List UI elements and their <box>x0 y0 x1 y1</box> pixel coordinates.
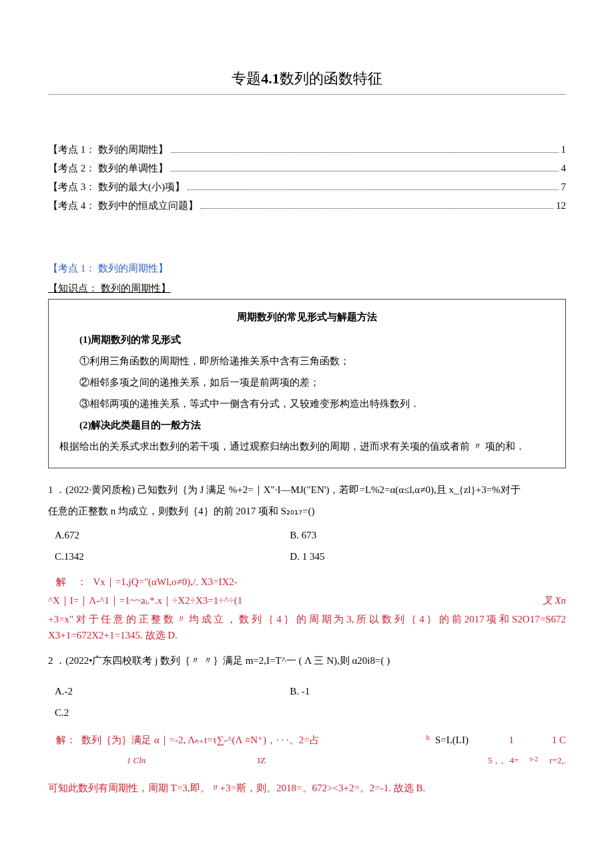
toc-page: 1 <box>561 141 567 157</box>
section-heading-exam-point: 【考点 1： 数列的周期性】 <box>48 260 566 276</box>
q2-sol-frag-2d: r=2,. <box>549 751 566 769</box>
q2-sol-frag-c: S=L(LI) <box>435 730 469 751</box>
q1-solution-label: 解 ： Vx｜=1,jQ="(αWl,o≠0),/. X3=IX2- <box>56 574 566 590</box>
toc-page: 7 <box>561 179 567 195</box>
option-a: A.-2 <box>55 683 290 699</box>
summary-box: 周期数列的常见形式与解题方法 (1)周期数列的常见形式 ①利用三角函数的周期性，… <box>48 299 566 468</box>
option-c: C.1342 <box>55 548 290 564</box>
q1-solution-line-2: ^X｜I=｜Λ-^1｜=1~~aᵢ.*.x｜÷X2÷X3=1÷^÷(1 叉 Xn <box>48 592 566 608</box>
q1-sol-frag-2-left: ^X｜I=｜Λ-^1｜=1~~aᵢ.*.x｜÷X2÷X3=1÷^÷(1 <box>48 592 242 608</box>
knowledge-underline: 【知识点： 数列的周期性】 <box>48 283 171 294</box>
table-of-contents: 【考点 1： 数列的周期性】 1 【考点 2： 数列的单调性】 4 【考点 3：… <box>48 141 566 213</box>
title-number: 4.1 <box>261 70 280 87</box>
q1-text-line-2: 任意的正整数 n 均成立，则数列｛4｝的前 2017 项和 S₂₀₁₇=() <box>48 503 566 519</box>
toc-item: 【考点 4： 数列中的恒成立问题】 12 <box>48 197 566 213</box>
q2-solution-block: 解： 数列｛为｝满足 α｜=-2, Λₙ₊t=τ∑-^(Λ ≡N⁺)，· · ·… <box>56 730 566 769</box>
box-sub-2: (2)解决此类题目的一般方法 <box>59 417 555 433</box>
q2-sol-label: 解： <box>56 730 76 751</box>
box-line: ②相邻多项之间的递推关系，如后一项是前两项的差； <box>59 374 555 390</box>
q2-sol-row-2: 1 Cln IZ 5，。4= t-2 r=2,. <box>56 751 566 769</box>
option-c: C.2 <box>55 705 290 721</box>
q2-sol-frag-2c: 5，。4= <box>488 751 519 769</box>
toc-page: 4 <box>561 160 567 176</box>
q1-sol-frag-1: Vx｜=1,jQ="(αWl,o≠0),/. X3=IX2- <box>93 576 238 587</box>
option-d: D. 1 345 <box>290 548 525 564</box>
toc-dots <box>171 143 559 153</box>
toc-dots <box>201 199 553 209</box>
toc-page: 12 <box>556 197 566 213</box>
option-a: A.672 <box>55 527 290 543</box>
q2-text: 2 ．(2022•广东四校联考 j 数列｛〃 〃｝满足 m=2,I=T^一 ( … <box>48 653 566 669</box>
q2-sol-frag-2b: IZ <box>222 751 302 769</box>
toc-label: 【考点 4： 数列中的恒成立问题】 <box>48 197 198 213</box>
title-pre: 专题 <box>232 70 261 87</box>
q2-options: A.-2 B. -1 C.2 <box>55 681 566 723</box>
option-d <box>290 705 525 721</box>
toc-item: 【考点 3： 数列的最大(小)项】 7 <box>48 179 566 195</box>
toc-item: 【考点 1： 数列的周期性】 1 <box>48 141 566 157</box>
toc-item: 【考点 2： 数列的单调性】 4 <box>48 160 566 176</box>
q1-sol-frag-2-right: 叉 Xn <box>543 592 566 608</box>
document-title: 专题4.1数列的函数特征 <box>48 67 566 95</box>
q2-sol-frag-b: h <box>426 730 430 745</box>
toc-dots <box>188 181 559 191</box>
q2-sol-frag-a: 数列｛为｝满足 α｜=-2, Λₙ₊t=τ∑-^(Λ ≡N⁺)，· · ·。2=… <box>81 730 420 751</box>
box-line: ③相邻两项的递推关系，等式中一侧含有分式，又较难变形构造出特殊数列． <box>59 396 555 412</box>
box-sub-1: (1)周期数列的常见形式 <box>59 332 555 348</box>
toc-dots <box>171 162 559 172</box>
option-b: B. -1 <box>290 683 525 699</box>
question-1: 1 ．(2022·黄冈质检) 己知数列｛为 J 满足 %+2=｜X"·I—MJ(… <box>48 482 566 643</box>
box-title: 周期数列的常见形式与解题方法 <box>59 309 555 325</box>
q1-options: A.672 B. 673 C.1342 D. 1 345 <box>55 524 566 567</box>
box-line: ①利用三角函数的周期性，即所给递推关系中含有三角函数； <box>59 353 555 369</box>
q2-solution-final: 可知此数列有周期性，周期 T=3,即。〃+3=斯，则。2018=。672><3+… <box>48 780 566 796</box>
q2-sol-frag-2a: 1 Cln <box>56 751 216 769</box>
solution-label-text: 解 ： <box>56 576 91 587</box>
box-line: 根据给出的关系式求出数列的若干项，通过观察归纳出数列的周期，进而求有关项的值或者… <box>59 438 555 454</box>
section-heading-knowledge: 【知识点： 数列的周期性】 <box>48 280 566 296</box>
question-2: 2 ．(2022•广东四校联考 j 数列｛〃 〃｝满足 m=2,I=T^一 ( … <box>48 653 566 796</box>
q2-sol-row-1: 解： 数列｛为｝满足 α｜=-2, Λₙ₊t=τ∑-^(Λ ≡N⁺)，· · ·… <box>56 730 566 751</box>
q1-solution-line-3: +3=x" 对 于 任 意 的 正 整 数 〃 均 成 立 ， 数 列 ｛ 4 … <box>48 611 566 643</box>
toc-label: 【考点 1： 数列的周期性】 <box>48 141 168 157</box>
toc-label: 【考点 3： 数列的最大(小)项】 <box>48 179 185 195</box>
q2-sol-frag-e: 1 C <box>519 730 566 751</box>
q2-sol-frag-d: 1 <box>474 730 514 751</box>
title-post: 数列的函数特征 <box>280 70 382 87</box>
q1-text-line-1: 1 ．(2022·黄冈质检) 己知数列｛为 J 满足 %+2=｜X"·I—MJ(… <box>48 482 566 498</box>
q2-sol-frag-2e: t-2 <box>524 751 544 769</box>
toc-label: 【考点 2： 数列的单调性】 <box>48 160 168 176</box>
option-b: B. 673 <box>290 527 525 543</box>
